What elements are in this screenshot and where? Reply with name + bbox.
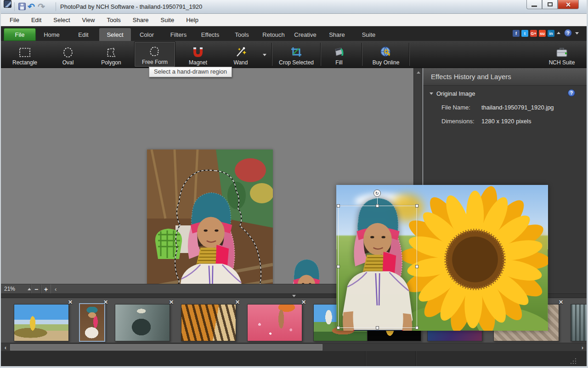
tab-retouch[interactable]: Retouch — [258, 28, 289, 41]
thumbnail-close-icon[interactable]: ✕ — [300, 299, 307, 305]
select-tools-dropdown-icon[interactable] — [263, 54, 266, 56]
close-button[interactable]: ✕ — [558, 0, 579, 9]
thumbnail-close-icon[interactable]: ✕ — [67, 299, 74, 305]
tab-suite[interactable]: Suite — [353, 28, 384, 41]
tab-creative[interactable]: Creative — [289, 28, 321, 41]
main-photo[interactable] — [147, 150, 273, 284]
tab-color[interactable]: Color — [131, 28, 163, 41]
menu-view[interactable]: View — [76, 15, 101, 25]
panel-title: Effects History and Layers — [431, 73, 511, 80]
thumbnail-petals[interactable] — [247, 304, 302, 341]
menu-bar: File Edit Select View Tools Share Suite … — [0, 14, 588, 26]
window-border — [0, 366, 588, 368]
tab-edit[interactable]: Edit — [68, 28, 99, 41]
dimensions-label: Dimensions: — [441, 118, 475, 125]
collapse-ribbon-icon[interactable] — [557, 32, 560, 34]
paste-selection-box[interactable] — [338, 206, 417, 328]
menu-edit[interactable]: Edit — [25, 15, 47, 25]
status-separator — [365, 351, 366, 366]
tab-share[interactable]: Share — [321, 28, 353, 41]
toolbar-separator — [321, 43, 321, 66]
thumbnail-close-icon[interactable]: ✕ — [102, 299, 109, 305]
thumbnail-close-icon[interactable]: ✕ — [234, 299, 241, 305]
ribbon-toolbar: Rectangle Oval Polygon Free Form Magnet … — [0, 41, 588, 68]
status-bar — [1, 351, 587, 366]
thumbnail-scrollbar[interactable]: ‹ › — [1, 343, 587, 351]
scroll-right-icon[interactable]: › — [579, 344, 586, 351]
original-image-section[interactable]: Original Image — [430, 90, 475, 97]
buy-online-button[interactable]: Buy Online — [368, 41, 404, 67]
redo-icon[interactable]: ↷ — [38, 3, 45, 11]
handle-middle-right[interactable] — [415, 265, 418, 268]
title-bar[interactable]: ↶ ↷ PhotoPad by NCH Software - thailand-… — [0, 0, 588, 14]
toolbar-separator — [272, 43, 272, 66]
thumbnail-woman-portrait-selected[interactable] — [79, 303, 105, 342]
handle-bottom-right[interactable] — [415, 326, 418, 329]
nch-suite-button[interactable]: NCH Suite — [543, 41, 580, 67]
magnet-select-button[interactable]: Magnet — [180, 41, 216, 67]
handle-top-middle[interactable] — [376, 204, 379, 207]
nch-suite-icon — [555, 46, 568, 58]
help-icon[interactable]: ? — [564, 29, 572, 37]
section-collapse-icon[interactable] — [430, 92, 433, 95]
zoom-out-button[interactable]: − — [31, 284, 41, 294]
handle-top-right[interactable] — [415, 204, 418, 207]
wand-select-button[interactable]: Wand — [222, 41, 259, 67]
polygon-select-button[interactable]: Polygon — [93, 41, 130, 67]
googleplus-icon[interactable]: G+ — [530, 30, 537, 37]
polygon-select-icon — [105, 47, 117, 58]
twitter-icon[interactable]: t — [521, 30, 528, 37]
crop-selected-button[interactable]: Crop Selected — [276, 41, 317, 67]
menu-share[interactable]: Share — [127, 15, 155, 25]
section-help-icon[interactable]: ? — [568, 89, 575, 97]
scrollbar-thumb[interactable] — [10, 344, 322, 351]
thumbnail-close-icon[interactable]: ✕ — [168, 299, 175, 305]
cutout-photo[interactable] — [275, 245, 338, 284]
collapse-thumbnails-icon[interactable] — [292, 295, 296, 297]
zoom-level[interactable]: 21% — [4, 286, 15, 292]
handle-top-left[interactable] — [337, 204, 340, 207]
tab-effects[interactable]: Effects — [194, 28, 226, 41]
zoom-in-button[interactable]: + — [41, 284, 51, 294]
rectangle-select-button[interactable]: Rectangle — [6, 41, 43, 67]
rotate-handle[interactable]: ↻ — [373, 190, 381, 197]
resize-grip[interactable] — [571, 357, 577, 364]
handle-middle-left[interactable] — [337, 265, 340, 268]
zoom-dropdown-icon[interactable] — [28, 288, 31, 290]
thumbnail-close-icon[interactable]: ✕ — [558, 299, 564, 305]
tab-filters[interactable]: Filters — [163, 28, 194, 41]
facebook-icon[interactable]: f — [513, 30, 520, 37]
thumbnail-tiger[interactable] — [181, 304, 236, 341]
scroll-left-icon[interactable]: ‹ — [2, 344, 9, 351]
undo-icon[interactable]: ↶ — [28, 3, 35, 11]
stumbleupon-icon[interactable]: su — [539, 30, 546, 37]
menu-suite[interactable]: Suite — [155, 15, 181, 25]
free-form-select-button[interactable]: Free Form — [134, 41, 175, 67]
menu-select[interactable]: Select — [47, 15, 76, 25]
minimize-button[interactable] — [526, 0, 542, 9]
oval-select-button[interactable]: Oval — [50, 41, 86, 67]
titlebar-separator — [56, 2, 56, 11]
tab-tools[interactable]: Tools — [226, 28, 258, 41]
save-icon[interactable] — [18, 3, 26, 10]
fill-button[interactable]: Fill — [324, 41, 354, 67]
tab-select[interactable]: Select — [99, 28, 131, 41]
window-title: PhotoPad by NCH Software - thailand-1950… — [60, 3, 202, 10]
menu-help[interactable]: Help — [180, 15, 204, 25]
thumbnail-buddha-landscape[interactable] — [14, 304, 69, 341]
menu-tools[interactable]: Tools — [101, 15, 126, 25]
linkedin-icon[interactable]: in — [548, 30, 554, 37]
file-name-value: thailand-1950791_1920.jpg — [481, 104, 554, 111]
tab-file[interactable]: File — [4, 28, 36, 41]
maximize-button[interactable] — [542, 0, 558, 9]
tab-home[interactable]: Home — [36, 28, 68, 41]
scroll-up-icon[interactable] — [417, 71, 420, 74]
handle-bottom-middle[interactable] — [376, 326, 379, 329]
help-dropdown-icon[interactable] — [575, 32, 579, 34]
app-icon[interactable] — [4, 0, 11, 8]
paste-preview-window[interactable]: ↻ — [336, 185, 548, 331]
handle-bottom-left[interactable] — [337, 326, 340, 329]
thumbnail-tuktuk[interactable] — [115, 304, 170, 341]
menu-file[interactable]: File — [4, 15, 25, 25]
thumbnail-bicycle-partial[interactable] — [571, 304, 588, 341]
